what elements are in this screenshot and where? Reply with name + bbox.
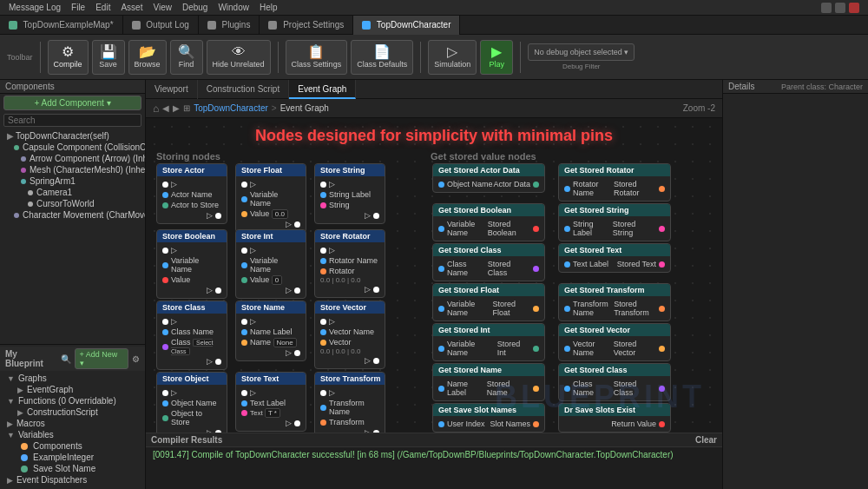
forward-icon[interactable]: ▶ [173, 103, 180, 113]
tab-outputlog[interactable]: Output Log [123, 16, 199, 35]
node-store-boolean[interactable]: Store Boolean ▷ Variable Name Value ▷ [156, 229, 227, 299]
node-get-rotator[interactable]: Get Stored Rotator Rotator Name Stored R… [558, 163, 671, 202]
search-blueprint-icon[interactable]: 🔍 [61, 354, 71, 364]
node-get-name[interactable]: Get Stored Name Name Label Stored Name [432, 363, 545, 401]
menu-debug[interactable]: Debug [177, 3, 213, 12]
menu-edit[interactable]: Edit [90, 3, 115, 12]
node-store-object-header: Store Object [157, 373, 227, 385]
toolbar-label: Toolbar [7, 53, 33, 62]
debug-filter-label: Debug Filter [528, 63, 635, 70]
bp-exampleinteger-variable[interactable]: ExampleInteger [3, 452, 141, 463]
menu-view[interactable]: View [148, 3, 177, 12]
node-get-int-header: Get Stored Int [433, 324, 544, 336]
compile-button[interactable]: ⚙ Compile [48, 40, 89, 75]
node-store-actor-header: Store Actor [157, 164, 227, 176]
node-get-save-slot-names[interactable]: Get Save Slot Names User Index Slot Name… [432, 403, 545, 433]
menu-message-log[interactable]: Message Log [3, 3, 66, 12]
menu-help[interactable]: Help [254, 3, 283, 12]
back-icon[interactable]: ◀ [162, 103, 169, 113]
node-store-rotator[interactable]: Store Rotator ▷ Rotator Name Rotator 0.0… [314, 229, 385, 298]
node-store-vector[interactable]: Store Vector ▷ Vector Name Vector 0.0 | … [314, 301, 385, 369]
node-store-text[interactable]: Store Text ▷ Text Label Text T * ▷ [235, 372, 306, 432]
bp-eventgraph-item[interactable]: ▶EventGraph [3, 384, 141, 395]
node-store-string[interactable]: Store String ▷ String Label String ▷ [314, 163, 385, 224]
tree-item-capsule[interactable]: Capsule Component (CollisionCylinder) (I… [0, 142, 145, 153]
tab-construction-script[interactable]: Construction Script [198, 80, 289, 99]
tree-item-mesh[interactable]: Mesh (CharacterMesh0) (Inherited) [0, 164, 145, 175]
bp-components-variable[interactable]: Components [3, 440, 141, 452]
tree-item-springarm[interactable]: SpringArm1 [0, 175, 145, 187]
node-store-float[interactable]: Store Float ▷ Variable Name Value 0.0 ▷ [235, 163, 306, 233]
tab-topdowncharacter[interactable]: TopDownCharacter [353, 16, 460, 35]
tree-item-topdowncharacter[interactable]: ▶TopDownCharacter(self) [0, 130, 145, 142]
menu-window[interactable]: Window [213, 3, 254, 12]
bp-functions-item[interactable]: ▼Functions (0 Overridable) [3, 395, 141, 406]
add-new-button[interactable]: + Add New ▾ [75, 348, 128, 369]
node-store-string-header: Store String [315, 164, 385, 176]
window-maximize-button[interactable] [835, 3, 845, 13]
tab-event-graph[interactable]: Event Graph [289, 80, 356, 99]
node-get-class-2[interactable]: Get Stored Class Class Name Stored Class [558, 363, 671, 401]
node-get-class[interactable]: Get Stored Class Class Name Stored Class [432, 243, 545, 281]
play-button[interactable]: ▶ Play [480, 40, 513, 75]
menu-file[interactable]: File [66, 3, 90, 12]
node-get-text[interactable]: Get Stored Text Text Label Stored Text [558, 243, 671, 273]
node-get-class-2-header: Get Stored Class [559, 364, 670, 376]
node-store-vector-header: Store Vector [315, 301, 385, 314]
simulation-button[interactable]: ▷ Simulation [428, 40, 477, 75]
bp-macros-item[interactable]: ▶Macros [3, 418, 141, 429]
node-store-class[interactable]: Store Class ▷ Class Name Class Select Cl… [156, 301, 227, 370]
tab-projectsettings[interactable]: Project Settings [260, 16, 353, 35]
node-get-float[interactable]: Get Stored Float Variable Name Stored Fl… [432, 283, 545, 321]
node-store-int[interactable]: Store Int ▷ Variable Name Value 0 ▷ [235, 229, 306, 299]
tab-topdownexamplemap[interactable]: TopDownExampleMap* [0, 16, 123, 35]
bp-graphs-item[interactable]: ▼Graphs [3, 373, 141, 384]
node-store-float-header: Store Float [236, 164, 306, 176]
class-settings-button[interactable]: 📋 Class Settings [286, 40, 348, 75]
tab-plugins[interactable]: Plugins [199, 16, 260, 35]
node-store-transform[interactable]: Store Transform ▷ Transform Name Transfo… [314, 372, 385, 433]
tree-item-charactermovement[interactable]: Character Movement (CharMoveComp) (Inher… [0, 209, 145, 221]
debug-filter-dropdown[interactable]: No debug object selected ▾ [528, 43, 635, 61]
node-get-actor-data[interactable]: Get Stored Actor Data Object Name Actor … [432, 163, 545, 193]
tree-item-arrow[interactable]: Arrow Component (Arrow) (Inherited) [0, 153, 145, 164]
class-defaults-button[interactable]: 📄 Class Defaults [351, 40, 413, 75]
breadcrumb-root[interactable]: TopDownCharacter [194, 103, 268, 113]
node-get-transform[interactable]: Get Stored Transform Transform Name Stor… [558, 283, 671, 321]
node-store-name[interactable]: Store Name ▷ Name Label Name None ▷ [235, 301, 306, 361]
node-get-string[interactable]: Get Stored String String Label Stored St… [558, 203, 671, 241]
bp-saveslotname-variable[interactable]: Save Slot Name [3, 463, 141, 474]
compiler-results: Compiler Results Clear [0091.47] Compile… [146, 433, 722, 489]
find-button[interactable]: 🔍 Find [170, 40, 203, 75]
tree-item-cursortoworld[interactable]: CursorToWorld [0, 198, 145, 209]
node-get-boolean[interactable]: Get Stored Boolean Variable Name Stored … [432, 203, 545, 241]
node-store-object[interactable]: Store Object ▷ Object Name Object to Sto… [156, 372, 227, 433]
bp-variables-item[interactable]: ▼Variables [3, 429, 141, 440]
window-close-button[interactable] [849, 3, 859, 13]
tab-viewport[interactable]: Viewport [146, 80, 198, 99]
expand-blueprint-icon[interactable]: ⚙ [132, 354, 140, 364]
browse-button[interactable]: 📂 Browse [128, 40, 167, 75]
clear-button[interactable]: Clear [695, 435, 717, 445]
node-get-rotator-header: Get Stored Rotator [559, 164, 670, 176]
right-panel-header: Details Parent class: Character [723, 80, 868, 94]
hide-unrelated-button[interactable]: 👁 Hide Unrelated [207, 40, 271, 75]
node-save-slots-exist[interactable]: Dr Save Slots Exist Return Value [558, 403, 671, 433]
window-minimize-button[interactable] [821, 3, 832, 13]
canvas-title: Nodes designed for simplicity with minim… [255, 127, 613, 145]
menu-asset[interactable]: Asset [115, 3, 148, 12]
save-button[interactable]: 💾 Save [92, 40, 125, 75]
tab-bar: TopDownExampleMap* Output Log Plugins Pr… [0, 16, 868, 35]
component-search-input[interactable] [3, 114, 141, 127]
tree-item-camera[interactable]: Camera1 [0, 187, 145, 198]
add-component-button[interactable]: + Add Component ▾ [3, 96, 141, 110]
bp-eventdispatchers-item[interactable]: ▶Event Dispatchers [3, 474, 141, 486]
node-get-vector[interactable]: Get Stored Vector Vector Name Stored Vec… [558, 323, 671, 361]
node-get-int[interactable]: Get Stored Int Variable Name Stored Int [432, 323, 545, 361]
node-store-transform-header: Store Transform [315, 373, 385, 385]
bp-constructionscript-item[interactable]: ▶ConstructionScript [3, 406, 141, 418]
node-store-actor[interactable]: Store Actor ▷ Actor Name Actor to Store … [156, 163, 227, 224]
grid-icon: ⊞ [183, 103, 190, 113]
blueprint-canvas[interactable]: Nodes designed for simplicity with minim… [146, 118, 722, 433]
home-icon[interactable]: ⌂ [153, 102, 159, 115]
